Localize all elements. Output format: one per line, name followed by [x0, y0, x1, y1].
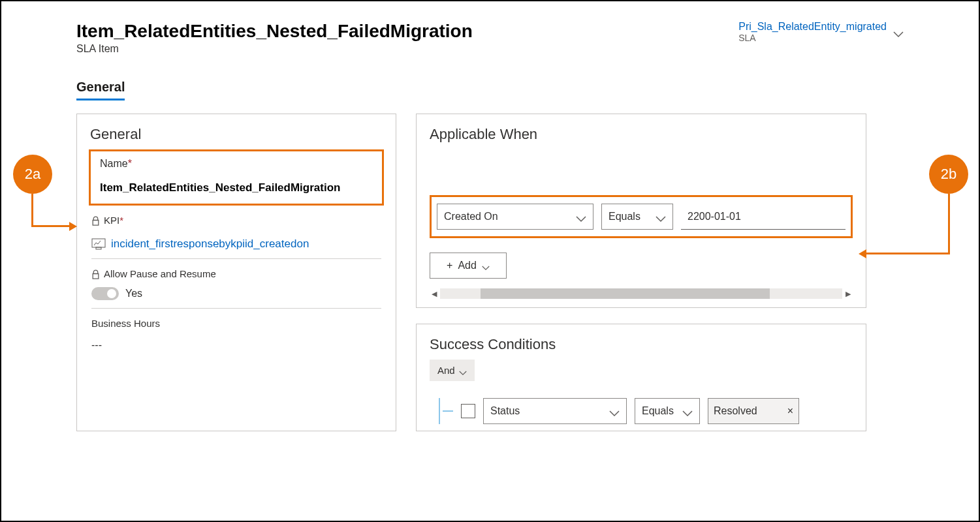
- kpi-value-link[interactable]: incident_firstresponsebykpiid_createdon: [111, 238, 309, 251]
- callout-2a-arrow: [31, 194, 33, 226]
- related-record-type: SLA: [738, 33, 887, 43]
- logic-and-chip[interactable]: And: [430, 360, 475, 381]
- name-value[interactable]: Item_RelatedEntities_Nested_FailedMigrat…: [100, 181, 373, 194]
- horizontal-scrollbar[interactable]: ◀ ▶: [430, 288, 853, 299]
- related-record-selector[interactable]: Pri_Sla_RelatedEntity_migrated SLA: [738, 21, 904, 43]
- scroll-right-icon[interactable]: ▶: [844, 290, 853, 298]
- business-hours-value[interactable]: ---: [91, 339, 381, 351]
- success-operator-select[interactable]: Equals: [635, 398, 700, 424]
- page-title: Item_RelatedEntities_Nested_FailedMigrat…: [76, 21, 473, 42]
- condition-field-select[interactable]: Created On: [437, 204, 593, 230]
- general-panel: General Name* Item_RelatedEntities_Neste…: [76, 114, 396, 431]
- allow-pause-value: Yes: [125, 288, 142, 299]
- chevron-down-icon: [656, 213, 666, 220]
- add-condition-button[interactable]: +Add: [430, 253, 507, 279]
- condition-row-checkbox[interactable]: [461, 404, 475, 418]
- applicable-condition-highlight: Created On Equals 2200-01-01: [430, 195, 853, 238]
- applicable-when-title: Applicable When: [430, 126, 853, 143]
- applicable-when-panel: Applicable When Created On Equals: [416, 114, 866, 308]
- callout-2b-arrow: [866, 253, 950, 254]
- svg-rect-1: [96, 247, 101, 249]
- chevron-down-icon: [609, 408, 620, 414]
- scroll-left-icon[interactable]: ◀: [430, 290, 439, 298]
- close-icon[interactable]: ×: [787, 405, 793, 417]
- callout-2b-arrow: [948, 194, 950, 254]
- chevron-down-icon: [682, 408, 693, 414]
- chevron-down-icon: [576, 213, 586, 220]
- success-conditions-panel: Success Conditions And Status: [416, 324, 866, 431]
- business-hours-label: Business Hours: [91, 318, 160, 329]
- kpi-label: KPI*: [104, 215, 123, 226]
- callout-2a-badge: 2a: [13, 155, 52, 194]
- kpi-entity-icon: [91, 238, 106, 250]
- general-panel-title: General: [90, 126, 396, 143]
- chevron-down-icon: [893, 29, 904, 35]
- name-field-highlight: Name* Item_RelatedEntities_Nested_Failed…: [89, 149, 384, 206]
- callout-2a-arrow: [31, 225, 69, 227]
- success-value-chip[interactable]: Resolved ×: [708, 398, 799, 424]
- chevron-down-icon: [482, 262, 490, 269]
- success-field-select[interactable]: Status: [483, 398, 627, 424]
- allow-pause-label: Allow Pause and Resume: [104, 268, 216, 279]
- allow-pause-toggle[interactable]: [91, 287, 119, 300]
- chevron-down-icon: [459, 367, 467, 374]
- related-record-link[interactable]: Pri_Sla_RelatedEntity_migrated: [738, 21, 887, 33]
- callout-2a-arrowhead: [69, 222, 77, 231]
- lock-icon: [91, 216, 100, 224]
- condition-value-input[interactable]: 2200-01-01: [681, 204, 846, 230]
- page-subtitle: SLA Item: [76, 43, 473, 55]
- callout-2b-arrowhead: [859, 249, 866, 258]
- name-label: Name*: [100, 158, 373, 170]
- lock-icon: [91, 269, 100, 278]
- success-conditions-title: Success Conditions: [430, 336, 853, 353]
- tab-general[interactable]: General: [76, 80, 125, 100]
- callout-2b-badge: 2b: [929, 155, 968, 194]
- condition-operator-select[interactable]: Equals: [601, 204, 673, 230]
